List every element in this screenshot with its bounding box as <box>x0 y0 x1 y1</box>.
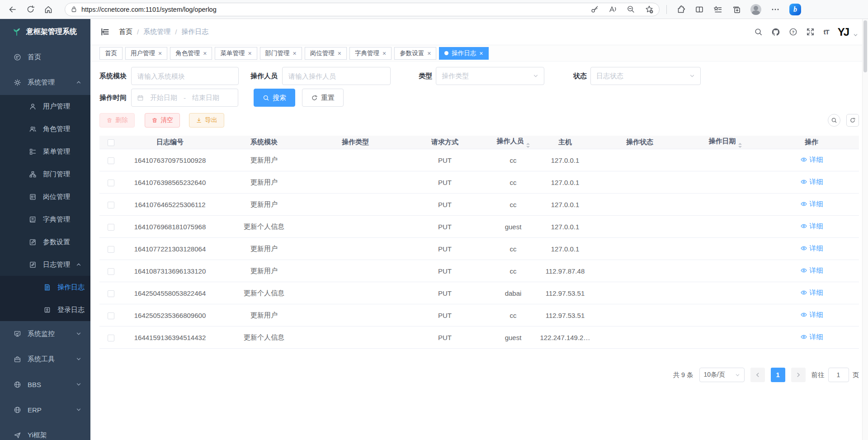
sidebar-item-user-mgmt[interactable]: 用户管理 <box>0 95 90 118</box>
detail-link[interactable]: 详细 <box>800 156 823 164</box>
status-select[interactable]: 日志状态 <box>590 67 701 85</box>
favorites-bar-icon[interactable] <box>713 5 722 14</box>
profile-avatar[interactable] <box>750 4 761 15</box>
tab-post-mgmt[interactable]: 岗位管理× <box>305 47 347 60</box>
sidebar-item-post-mgmt[interactable]: 岗位管理 <box>0 185 90 208</box>
close-icon[interactable]: × <box>338 50 341 57</box>
settings-menu-icon[interactable] <box>771 5 780 14</box>
tab-dict-mgmt[interactable]: 字典管理× <box>349 47 392 60</box>
export-button[interactable]: 导出 <box>189 113 224 128</box>
zoom-out-icon[interactable] <box>627 5 635 14</box>
copilot-icon[interactable]: b <box>789 4 801 15</box>
sidebar-item-oper-log[interactable]: 操作日志 <box>0 276 90 298</box>
tab-home[interactable]: 首页 <box>99 47 123 60</box>
tab-param-settings[interactable]: 参数设置× <box>394 47 436 60</box>
fullscreen-icon[interactable] <box>806 28 815 36</box>
col-operator[interactable]: 操作人员 <box>489 137 537 148</box>
detail-link[interactable]: 详细 <box>800 200 823 208</box>
sidebar-item-log-mgmt[interactable]: 日志管理 <box>0 253 90 276</box>
breadcrumb-home[interactable]: 首页 <box>119 28 132 36</box>
help-icon[interactable]: ? <box>789 28 797 36</box>
tab-dept-mgmt[interactable]: 部门管理× <box>260 47 302 60</box>
close-icon[interactable]: × <box>427 50 431 57</box>
sidebar-item-menu-mgmt[interactable]: 菜单管理 <box>0 140 90 163</box>
tab-oper-log-active[interactable]: 操作日志× <box>439 47 488 60</box>
close-icon[interactable]: × <box>293 50 297 57</box>
address-bar[interactable]: https://ccnetcore.com:1101/system/log/op… <box>65 3 660 16</box>
prev-page-button[interactable] <box>750 368 765 382</box>
sidebar-item-dict-mgmt[interactable]: 字典管理 <box>0 208 90 231</box>
date-range-picker[interactable]: 开始日期 - 结束日期 <box>131 89 238 107</box>
sidebar-item-yi-framework[interactable]: Yi框架 <box>0 422 90 440</box>
operator-input[interactable] <box>282 67 391 85</box>
refresh-icon[interactable] <box>26 5 35 14</box>
col-date[interactable]: 操作日期 <box>686 137 764 148</box>
sidebar-item-param-settings[interactable]: 参数设置 <box>0 231 90 253</box>
detail-link[interactable]: 详细 <box>800 311 823 319</box>
detail-link[interactable]: 详细 <box>800 178 823 186</box>
close-icon[interactable]: × <box>479 50 483 57</box>
extensions-icon[interactable] <box>676 5 685 14</box>
tab-menu-mgmt[interactable]: 菜单管理× <box>215 47 257 60</box>
select-all-checkbox[interactable] <box>108 139 114 146</box>
sort-caret-icon[interactable] <box>738 143 742 148</box>
github-icon[interactable] <box>771 28 780 37</box>
row-checkbox[interactable] <box>108 180 114 186</box>
sidebar-item-bbs[interactable]: BBS <box>0 372 90 397</box>
page-number-current[interactable]: 1 <box>771 368 785 382</box>
row-checkbox[interactable] <box>108 224 114 231</box>
next-page-button[interactable] <box>791 368 806 382</box>
close-icon[interactable]: × <box>158 50 162 57</box>
tab-role-mgmt[interactable]: 角色管理× <box>170 47 212 60</box>
font-size-icon[interactable]: tT <box>823 28 829 36</box>
reset-button[interactable]: 重置 <box>302 89 344 107</box>
search-button[interactable]: 搜索 <box>254 89 295 107</box>
chevron-down-icon[interactable] <box>853 33 858 38</box>
home-icon[interactable] <box>44 5 53 14</box>
row-checkbox[interactable] <box>108 335 114 341</box>
back-icon[interactable] <box>8 5 17 14</box>
clear-button[interactable]: 清空 <box>145 113 180 128</box>
split-screen-icon[interactable] <box>695 5 704 14</box>
detail-link[interactable]: 详细 <box>800 289 823 297</box>
collapse-sidebar-icon[interactable] <box>100 27 110 37</box>
scrollbar-thumb[interactable] <box>863 20 867 72</box>
detail-link[interactable]: 详细 <box>800 222 823 231</box>
favorite-star-icon[interactable] <box>645 5 654 14</box>
detail-link[interactable]: 详细 <box>800 244 823 253</box>
sidebar-item-system-tools[interactable]: 系统工具 <box>0 346 90 372</box>
module-input[interactable] <box>131 67 239 85</box>
read-aloud-icon[interactable] <box>609 5 617 14</box>
row-checkbox[interactable] <box>108 268 114 275</box>
sidebar-item-role-mgmt[interactable]: 角色管理 <box>0 118 90 140</box>
type-select[interactable]: 操作类型 <box>436 67 544 85</box>
row-checkbox[interactable] <box>108 202 114 208</box>
sidebar-item-erp[interactable]: ERP <box>0 397 90 422</box>
row-checkbox[interactable] <box>108 312 114 319</box>
sort-caret-icon[interactable] <box>526 143 530 148</box>
password-key-icon[interactable] <box>590 5 599 14</box>
close-icon[interactable]: × <box>203 50 207 57</box>
close-icon[interactable]: × <box>382 50 386 57</box>
refresh-table-button[interactable] <box>846 114 859 127</box>
row-checkbox[interactable] <box>108 290 114 297</box>
sidebar-item-dept-mgmt[interactable]: 部门管理 <box>0 163 90 185</box>
goto-page-input[interactable] <box>828 368 849 382</box>
detail-link[interactable]: 详细 <box>800 266 823 275</box>
user-logo[interactable]: YJ <box>838 27 848 38</box>
collections-icon[interactable] <box>732 5 741 14</box>
sidebar-item-home[interactable]: 首页 <box>0 44 90 70</box>
tab-user-mgmt[interactable]: 用户管理× <box>125 47 167 60</box>
row-checkbox[interactable] <box>108 157 114 164</box>
search-icon[interactable] <box>754 28 763 36</box>
detail-link[interactable]: 详细 <box>800 333 823 341</box>
sidebar-item-system-mgmt[interactable]: 系统管理 <box>0 70 90 95</box>
sidebar-item-system-monitor[interactable]: 系统监控 <box>0 321 90 346</box>
sidebar-item-login-log[interactable]: 登录日志 <box>0 298 90 321</box>
page-size-select[interactable]: 10条/页 <box>699 368 745 382</box>
show-search-button[interactable] <box>828 114 840 127</box>
row-checkbox[interactable] <box>108 246 114 253</box>
page-scrollbar[interactable] <box>862 19 868 440</box>
close-icon[interactable]: × <box>248 50 251 57</box>
delete-button[interactable]: 删除 <box>99 113 135 128</box>
